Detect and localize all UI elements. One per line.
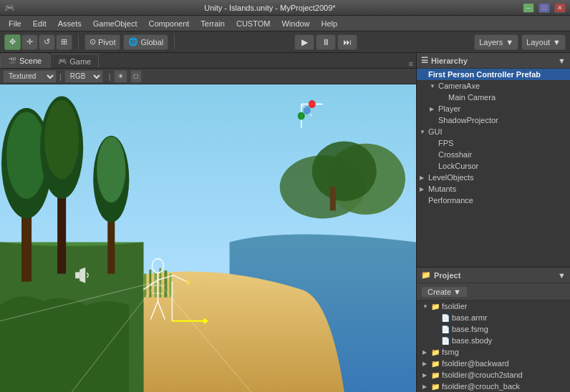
project-panel: 📁 Project ▼ Create ▼ ▼📁fsoldier📄base.arm… bbox=[417, 268, 570, 392]
menu-item-component[interactable]: Component bbox=[142, 18, 195, 29]
pause-button[interactable]: ⏸ bbox=[316, 34, 336, 50]
tree-label-0: First Person Controller Prefab bbox=[428, 70, 541, 79]
tree-label-5: GUI bbox=[428, 127, 443, 136]
menu-item-gameobject[interactable]: GameObject bbox=[87, 18, 143, 29]
hierarchy-item-6[interactable]: FPS bbox=[417, 137, 570, 149]
menu-item-window[interactable]: Window bbox=[276, 18, 315, 29]
toolbar-sep-2 bbox=[174, 35, 175, 49]
menu-item-terrain[interactable]: Terrain bbox=[195, 18, 231, 29]
tree-label-2: Main Camera bbox=[448, 93, 496, 102]
project-item-7[interactable]: ▶📁fsoldier@crouch_back bbox=[417, 381, 570, 392]
hierarchy-item-2[interactable]: Main Camera bbox=[417, 92, 570, 103]
project-label-4: fsmg bbox=[442, 348, 459, 356]
toolbar: ✥ ✛ ↺ ⊞ ⊙ Pivot 🌐 Global ▶ ⏸ ⏭ Layers ▼ … bbox=[0, 31, 570, 53]
maximize-button[interactable]: □ bbox=[538, 3, 550, 13]
hierarchy-item-10[interactable]: ▶Mutants bbox=[417, 183, 570, 195]
project-item-6[interactable]: ▶📁fsoldier@crouch2stand bbox=[417, 369, 570, 381]
tree-label-7: Crosshair bbox=[438, 150, 472, 159]
project-arrow-4: ▶ bbox=[422, 349, 431, 356]
hierarchy-item-7[interactable]: Crosshair bbox=[417, 149, 570, 160]
tree-arrow-3: ▶ bbox=[430, 106, 438, 112]
shading-select[interactable]: Textured Wireframe bbox=[3, 70, 57, 83]
svg-point-14 bbox=[97, 137, 125, 203]
scene-tab[interactable]: 🎬 Scene bbox=[0, 54, 49, 68]
project-item-0[interactable]: ▼📁fsoldier bbox=[417, 300, 570, 312]
step-button[interactable]: ⏭ bbox=[337, 34, 357, 50]
hierarchy-item-3[interactable]: ▶Player bbox=[417, 103, 570, 114]
playmode-controls: ▶ ⏸ ⏭ bbox=[180, 34, 471, 50]
menu-item-assets[interactable]: Assets bbox=[52, 18, 87, 29]
svg-rect-4 bbox=[330, 187, 336, 210]
hierarchy-item-8[interactable]: LockCursor bbox=[417, 160, 570, 172]
scale-tool[interactable]: ⊞ bbox=[56, 34, 72, 50]
tree-label-8: LockCursor bbox=[438, 162, 478, 170]
create-chevron-icon: ▼ bbox=[453, 288, 461, 296]
project-tree: ▼📁fsoldier📄base.armr📄base.fsmg📄base.sbod… bbox=[417, 300, 570, 392]
project-item-4[interactable]: ▶📁fsmg bbox=[417, 346, 570, 358]
layers-dropdown[interactable]: Layers ▼ bbox=[474, 34, 518, 50]
close-button[interactable]: ✕ bbox=[554, 3, 566, 13]
menu-item-file[interactable]: File bbox=[3, 18, 27, 29]
project-file-icon-7: 📁 bbox=[431, 383, 440, 391]
game-tab-icon: 🎮 bbox=[58, 57, 67, 65]
skybox-toggle[interactable]: □ bbox=[130, 70, 142, 83]
hierarchy-item-4[interactable]: ShadowProjector bbox=[417, 114, 570, 126]
scene-tab-icon: 🎬 bbox=[8, 57, 16, 65]
menu-item-edit[interactable]: Edit bbox=[27, 18, 52, 29]
menu-item-help[interactable]: Help bbox=[316, 18, 344, 29]
hierarchy-header: ☰ Hierarchy ▼ bbox=[417, 53, 570, 69]
hierarchy-item-5[interactable]: ▼GUI bbox=[417, 126, 570, 137]
viewport-tabs: 🎬 Scene 🎮 Game ≡ bbox=[0, 53, 416, 69]
right-panel: ☰ Hierarchy ▼ First Person Controller Pr… bbox=[416, 53, 570, 392]
tree-label-10: Mutants bbox=[428, 185, 456, 193]
project-label-5: fsoldier@backward bbox=[442, 359, 509, 368]
hierarchy-collapse-button[interactable]: ▼ bbox=[558, 57, 566, 65]
viewport-canvas[interactable] bbox=[0, 84, 416, 392]
hand-tool[interactable]: ✥ bbox=[4, 34, 21, 50]
project-file-icon-4: 📁 bbox=[431, 348, 440, 356]
minimize-button[interactable]: ─ bbox=[523, 3, 534, 13]
move-tool[interactable]: ✛ bbox=[21, 34, 38, 50]
project-item-5[interactable]: ▶📁fsoldier@backward bbox=[417, 358, 570, 369]
project-file-icon-1: 📄 bbox=[441, 314, 450, 322]
tree-label-3: Player bbox=[438, 104, 460, 113]
rotate-tool[interactable]: ↺ bbox=[39, 34, 55, 50]
project-item-1[interactable]: 📄base.armr bbox=[417, 312, 570, 323]
hierarchy-icon: ☰ bbox=[421, 56, 428, 65]
layout-dropdown[interactable]: Layout ▼ bbox=[521, 34, 566, 50]
tab-bar-collapse[interactable]: ≡ bbox=[406, 59, 416, 68]
scene-view-svg bbox=[0, 84, 416, 392]
game-tab[interactable]: 🎮 Game bbox=[50, 54, 99, 68]
play-button[interactable]: ▶ bbox=[294, 34, 314, 50]
svg-rect-15 bbox=[143, 274, 146, 298]
svg-point-40 bbox=[304, 107, 311, 114]
window-title: Unity - Islands.unity - MyProject2009* bbox=[19, 4, 521, 12]
svg-point-30 bbox=[185, 280, 190, 285]
global-icon: 🌐 bbox=[128, 37, 138, 46]
titlebar: 🎮 Unity - Islands.unity - MyProject2009*… bbox=[0, 0, 570, 16]
project-arrow-5: ▶ bbox=[422, 361, 431, 367]
tree-label-1: CameraAxe bbox=[438, 82, 480, 90]
project-item-3[interactable]: 📄base.sbody bbox=[417, 335, 570, 346]
tree-arrow-10: ▶ bbox=[420, 186, 428, 192]
lighting-toggle[interactable]: ☀ bbox=[114, 70, 127, 83]
svg-point-11 bbox=[44, 100, 79, 179]
menu-item-custom[interactable]: CUSTOM bbox=[231, 18, 276, 29]
project-item-2[interactable]: 📄base.fsmg bbox=[417, 323, 570, 335]
project-file-icon-5: 📁 bbox=[431, 360, 440, 368]
hierarchy-panel: ☰ Hierarchy ▼ First Person Controller Pr… bbox=[417, 53, 570, 268]
hierarchy-item-9[interactable]: ▶LevelObjects bbox=[417, 172, 570, 183]
global-button[interactable]: 🌐 Global bbox=[123, 34, 168, 50]
project-collapse-button[interactable]: ▼ bbox=[558, 271, 566, 280]
hierarchy-item-1[interactable]: ▼CameraAxe bbox=[417, 80, 570, 92]
pivot-button[interactable]: ⊙ Pivot bbox=[84, 34, 120, 50]
hierarchy-item-11[interactable]: Performance bbox=[417, 195, 570, 206]
channel-select[interactable]: RGB Alpha bbox=[64, 70, 103, 83]
tree-label-6: FPS bbox=[438, 139, 453, 147]
hierarchy-tree: First Person Controller Prefab▼CameraAxe… bbox=[417, 69, 570, 267]
create-button[interactable]: Create ▼ bbox=[421, 286, 468, 298]
tree-label-4: ShadowProjector bbox=[438, 116, 498, 124]
hierarchy-item-0[interactable]: First Person Controller Prefab bbox=[417, 69, 570, 80]
toolbar-sep-1 bbox=[78, 35, 79, 49]
svg-rect-19 bbox=[164, 270, 167, 297]
